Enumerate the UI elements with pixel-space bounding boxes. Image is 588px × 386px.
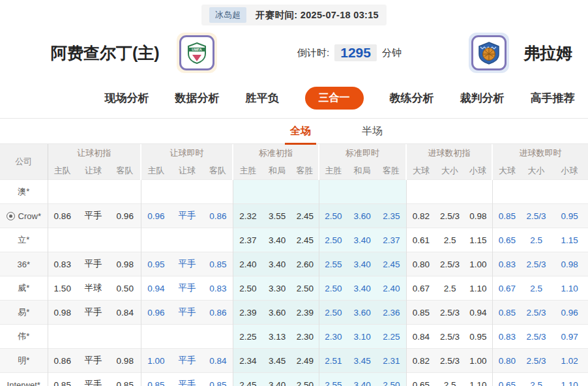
odds-cell[interactable]: 平手 <box>77 204 110 228</box>
odds-cell[interactable]: 0.83 <box>203 276 233 301</box>
subtab-full-time[interactable]: 全场 <box>285 125 316 145</box>
odds-cell[interactable]: 平手 <box>171 373 203 386</box>
odds-cell[interactable]: 2.50 <box>319 301 347 325</box>
odds-cell[interactable]: 平手 <box>171 252 203 276</box>
odds-cell[interactable]: 2.5 <box>435 276 464 301</box>
odds-cell[interactable]: 2.40 <box>233 252 263 276</box>
odds-cell[interactable]: 2.30 <box>319 325 347 349</box>
odds-cell[interactable]: 2.5/3 <box>435 252 464 276</box>
odds-cell[interactable]: 0.85 <box>203 373 233 386</box>
odds-cell[interactable]: 2.5 <box>435 373 464 386</box>
odds-cell[interactable]: 平手 <box>171 204 203 228</box>
odds-cell[interactable]: 1.10 <box>464 373 492 386</box>
odds-cell[interactable]: 2.36 <box>377 301 406 325</box>
odds-cell[interactable]: 0.80 <box>406 252 435 276</box>
odds-cell[interactable]: 0.82 <box>406 349 435 373</box>
odds-cell[interactable]: 0.67 <box>492 276 522 301</box>
odds-cell[interactable]: 2.5/3 <box>435 204 464 228</box>
odds-cell[interactable]: 0.98 <box>110 252 141 276</box>
odds-cell[interactable]: 0.95 <box>551 204 588 228</box>
odds-cell[interactable]: 0.95 <box>141 252 171 276</box>
odds-cell[interactable]: 2.50 <box>319 276 347 301</box>
odds-cell[interactable]: 平手 <box>77 373 110 386</box>
odds-cell[interactable]: 2.45 <box>291 204 319 228</box>
odds-cell[interactable]: 2.5 <box>522 228 551 252</box>
tab-expert-picks[interactable]: 高手推荐 <box>531 91 575 106</box>
odds-cell[interactable]: 3.40 <box>263 252 291 276</box>
odds-cell[interactable]: 0.61 <box>406 228 435 252</box>
odds-cell[interactable]: 3.55 <box>263 204 291 228</box>
odds-cell[interactable]: 0.96 <box>141 301 171 325</box>
odds-cell[interactable]: 2.25 <box>233 325 263 349</box>
odds-cell[interactable]: 0.85 <box>492 301 522 325</box>
odds-cell[interactable]: 1.10 <box>464 276 492 301</box>
odds-cell[interactable]: 3.40 <box>347 373 377 386</box>
odds-cell[interactable]: 0.86 <box>48 204 77 228</box>
odds-cell[interactable]: 2.25 <box>377 325 406 349</box>
odds-cell[interactable]: 2.5/3 <box>522 349 551 373</box>
odds-cell[interactable]: 2.5 <box>522 276 551 301</box>
odds-cell[interactable]: 1.15 <box>551 228 588 252</box>
odds-cell[interactable]: 3.60 <box>347 301 377 325</box>
odds-cell[interactable]: 0.65 <box>492 373 522 386</box>
odds-cell[interactable]: 0.85 <box>406 301 435 325</box>
odds-cell[interactable]: 2.40 <box>377 276 406 301</box>
odds-cell[interactable]: 0.85 <box>492 204 522 228</box>
odds-cell[interactable]: 1.15 <box>464 228 492 252</box>
odds-cell[interactable]: 2.5/3 <box>522 301 551 325</box>
league-badge[interactable]: 冰岛超 <box>209 7 246 23</box>
odds-cell[interactable]: 3.40 <box>263 228 291 252</box>
odds-cell[interactable]: 0.83 <box>492 325 522 349</box>
odds-cell[interactable]: 0.86 <box>203 204 233 228</box>
odds-cell[interactable]: 0.50 <box>110 276 141 301</box>
odds-cell[interactable]: 2.39 <box>233 301 263 325</box>
odds-cell[interactable]: 3.45 <box>347 349 377 373</box>
odds-cell[interactable]: 2.5/3 <box>435 301 464 325</box>
odds-cell[interactable]: 0.67 <box>406 276 435 301</box>
odds-cell[interactable]: 2.5 <box>522 373 551 386</box>
tab-referee-analysis[interactable]: 裁判分析 <box>460 91 505 106</box>
odds-cell[interactable]: 0.98 <box>48 301 77 325</box>
odds-cell[interactable]: 2.34 <box>233 349 263 373</box>
odds-cell[interactable]: 3.40 <box>263 373 291 386</box>
odds-cell[interactable]: 2.32 <box>233 204 263 228</box>
odds-cell[interactable]: 2.37 <box>233 228 263 252</box>
odds-cell[interactable]: 2.45 <box>377 252 406 276</box>
odds-cell[interactable]: 2.50 <box>291 373 319 386</box>
odds-cell[interactable]: 0.85 <box>110 373 141 386</box>
odds-cell[interactable]: 0.65 <box>492 228 522 252</box>
odds-cell[interactable]: 平手 <box>171 301 203 325</box>
odds-cell[interactable]: 1.00 <box>141 349 171 373</box>
odds-cell[interactable]: 2.45 <box>291 228 319 252</box>
odds-cell[interactable]: 2.45 <box>233 373 263 386</box>
odds-cell[interactable]: 3.40 <box>347 228 377 252</box>
odds-cell[interactable]: 1.10 <box>551 373 588 386</box>
odds-cell[interactable]: 2.50 <box>319 228 347 252</box>
odds-cell[interactable]: 0.98 <box>551 252 588 276</box>
odds-cell[interactable]: 2.50 <box>377 373 406 386</box>
odds-cell[interactable]: 3.60 <box>263 301 291 325</box>
odds-cell[interactable]: 2.39 <box>291 301 319 325</box>
odds-cell[interactable]: 2.30 <box>291 325 319 349</box>
odds-cell[interactable]: 0.97 <box>551 325 588 349</box>
odds-cell[interactable]: 2.49 <box>291 349 319 373</box>
odds-cell[interactable]: 0.94 <box>141 276 171 301</box>
odds-cell[interactable]: 0.96 <box>110 204 141 228</box>
odds-cell[interactable]: 0.83 <box>492 252 522 276</box>
odds-cell[interactable]: 0.84 <box>203 349 233 373</box>
odds-cell[interactable]: 3.10 <box>347 325 377 349</box>
odds-cell[interactable]: 3.40 <box>347 252 377 276</box>
odds-cell[interactable]: 2.37 <box>377 228 406 252</box>
odds-cell[interactable]: 半球 <box>77 276 110 301</box>
odds-cell[interactable]: 0.83 <box>48 252 77 276</box>
odds-cell[interactable]: 0.98 <box>110 349 141 373</box>
odds-cell[interactable]: 0.95 <box>464 325 492 349</box>
odds-cell[interactable]: 1.00 <box>464 252 492 276</box>
odds-cell[interactable]: 0.86 <box>48 349 77 373</box>
odds-cell[interactable]: 2.60 <box>291 252 319 276</box>
odds-cell[interactable]: 2.5/3 <box>522 325 551 349</box>
odds-cell[interactable]: 3.60 <box>347 204 377 228</box>
odds-cell[interactable]: 2.55 <box>319 373 347 386</box>
odds-cell[interactable]: 2.5/3 <box>435 325 464 349</box>
odds-cell[interactable]: 2.50 <box>319 204 347 228</box>
